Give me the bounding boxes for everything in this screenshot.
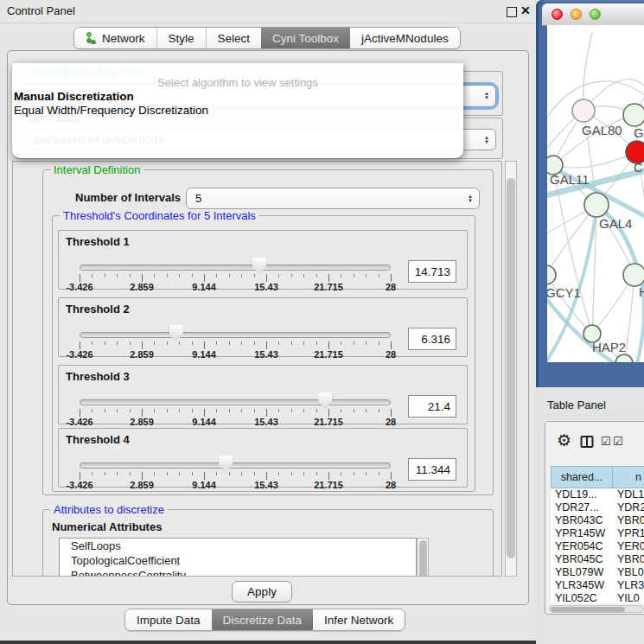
network-node[interactable] — [615, 354, 633, 362]
minimize-traffic-light-icon[interactable] — [571, 9, 582, 20]
attribute-list-item[interactable]: SelfLoops — [60, 539, 416, 553]
checkbox-icon[interactable]: ☑ — [613, 436, 623, 447]
table-row[interactable]: YER054CYER0 — [551, 540, 644, 553]
tab-cyni-toolbox[interactable]: Cyni Toolbox — [261, 28, 350, 48]
slider-tick — [241, 274, 242, 277]
tick-label: 2.859 — [130, 282, 154, 292]
slider-tick — [204, 409, 205, 417]
tick-label: 9.144 — [192, 480, 216, 490]
slider-handle[interactable] — [318, 392, 332, 409]
network-canvas[interactable]: GAL80GACGAL11GAL4GCY1HHAP2 — [547, 25, 644, 362]
network-window-titlebar[interactable] — [542, 3, 644, 26]
network-node[interactable] — [572, 99, 595, 122]
network-node[interactable] — [623, 104, 644, 126]
panel-scrollbar[interactable] — [505, 161, 517, 577]
slider-tick — [130, 274, 131, 277]
threshold-value-field[interactable]: 21.4 — [408, 395, 456, 418]
tab-infer-network[interactable]: Infer Network — [313, 609, 405, 630]
zoom-traffic-light-icon[interactable] — [590, 9, 601, 20]
gear-icon[interactable]: ⚙ — [557, 432, 571, 449]
slider-tick — [391, 274, 392, 282]
table-row[interactable]: YBR043CYBR0 — [551, 514, 644, 527]
slider-tick — [266, 341, 267, 349]
slider-tick — [130, 472, 131, 475]
network-node[interactable] — [584, 193, 609, 217]
number-of-intervals-select[interactable]: 5 ▲▼ — [186, 188, 480, 209]
attribute-list-item[interactable]: BetweennessCentrality — [60, 568, 416, 577]
table-row[interactable]: YIL052CYIL0 — [551, 592, 644, 603]
attribute-list-item[interactable]: TopologicalCoefficient — [60, 553, 416, 568]
slider-tick — [204, 274, 205, 282]
table-row[interactable]: YBR045CYBR0 — [551, 553, 644, 566]
slider-tick — [216, 274, 217, 277]
tab-jactivemnodules[interactable]: jActiveMNodules — [350, 28, 460, 48]
column-header[interactable]: shared... — [551, 466, 613, 488]
apply-button[interactable]: Apply — [232, 581, 292, 603]
table-row[interactable]: YDL19...YDL1 — [551, 488, 644, 501]
slider-track[interactable] — [80, 399, 391, 405]
algorithm-option-equal-width[interactable]: Equal Width/Frequency Discretization — [14, 104, 208, 117]
split-columns-icon[interactable] — [580, 435, 594, 452]
column-header[interactable]: n — [613, 466, 644, 488]
table-cell: YBR043C — [551, 514, 613, 527]
network-node[interactable] — [547, 265, 556, 284]
numerical-attributes-list[interactable]: SelfLoopsTopologicalCoefficientBetweenne… — [59, 538, 417, 577]
table-row[interactable]: YPR145WYPR1 — [551, 527, 644, 540]
slider-tick — [328, 274, 329, 282]
slider-tick — [142, 472, 143, 480]
tab-select[interactable]: Select — [206, 28, 262, 48]
table-row[interactable]: YBL079WYBL0 — [551, 566, 644, 579]
float-window-icon[interactable] — [507, 7, 517, 17]
table-row[interactable]: YLR345WYLR3 — [551, 579, 644, 592]
list-scrollbar[interactable] — [417, 538, 429, 577]
threshold-value-field[interactable]: 6.316 — [408, 328, 456, 350]
slider-handle[interactable] — [169, 325, 183, 341]
threshold-panel: Threshold 1-3.4262.8599.14415.4321.71528… — [58, 230, 468, 290]
node-label: GAL4 — [599, 216, 632, 231]
slider-track[interactable] — [80, 332, 391, 338]
table-row[interactable]: YDR27...YDR2 — [551, 501, 644, 514]
tick-label: 2.859 — [130, 349, 154, 360]
table-hscrollbar[interactable] — [549, 605, 644, 613]
close-icon[interactable]: ✕ — [520, 3, 531, 17]
tick-label: 15.43 — [254, 349, 278, 360]
scrollbar-thumb[interactable] — [419, 540, 427, 577]
control-panel-titlebar: Control Panel ✕ — [0, 0, 536, 23]
slider-handle[interactable] — [219, 456, 233, 472]
tab-discretize-data[interactable]: Discretize Data — [212, 609, 314, 630]
table-cell: YPR145W — [551, 527, 613, 540]
tick-label: 28 — [386, 480, 396, 490]
network-node[interactable] — [623, 264, 644, 286]
threshold-value-field[interactable]: 11.344 — [408, 458, 456, 481]
interval-definition-fieldset: Interval Definition Number of Intervals … — [42, 169, 494, 495]
tab-label: Select — [218, 32, 251, 45]
tick-label: 9.144 — [192, 417, 216, 427]
table-cell: YDL1 — [613, 488, 644, 501]
algorithm-option-manual[interactable]: Manual Discretization — [14, 90, 134, 103]
slider-tick — [92, 341, 92, 345]
slider-tick — [130, 409, 131, 412]
threshold-value-field[interactable]: 14.713 — [408, 260, 456, 283]
slider-tick — [130, 341, 131, 345]
scrollbar-thumb[interactable] — [507, 178, 515, 558]
fieldset-label: Threshold's Coordinates for 5 Intervals — [60, 209, 259, 222]
threshold-panel: Threshold 3-3.4262.8599.14415.4321.71528… — [58, 365, 468, 424]
slider-track[interactable] — [80, 462, 391, 469]
slider-handle[interactable] — [252, 258, 266, 274]
slider-tick — [105, 341, 105, 345]
tick-label: -3.426 — [66, 480, 92, 490]
node-label: H — [639, 284, 644, 299]
tab-network[interactable]: Network — [74, 28, 156, 48]
slider-track[interactable] — [80, 265, 391, 271]
slider-tick — [92, 274, 92, 277]
combo-arrows-icon: ▲▼ — [484, 136, 489, 144]
tab-impute-data[interactable]: Impute Data — [125, 609, 212, 630]
checkbox-icon[interactable]: ☑ — [601, 436, 611, 447]
tick-label: 2.859 — [130, 417, 154, 427]
close-traffic-light-icon[interactable] — [552, 9, 563, 20]
top-tab-bar: NetworkStyleSelectCyni ToolboxjActiveMNo… — [73, 27, 461, 49]
scrollbar-thumb[interactable] — [551, 607, 625, 612]
slider-tick — [80, 409, 80, 417]
slider-tick — [216, 472, 217, 475]
tab-style[interactable]: Style — [156, 28, 206, 48]
